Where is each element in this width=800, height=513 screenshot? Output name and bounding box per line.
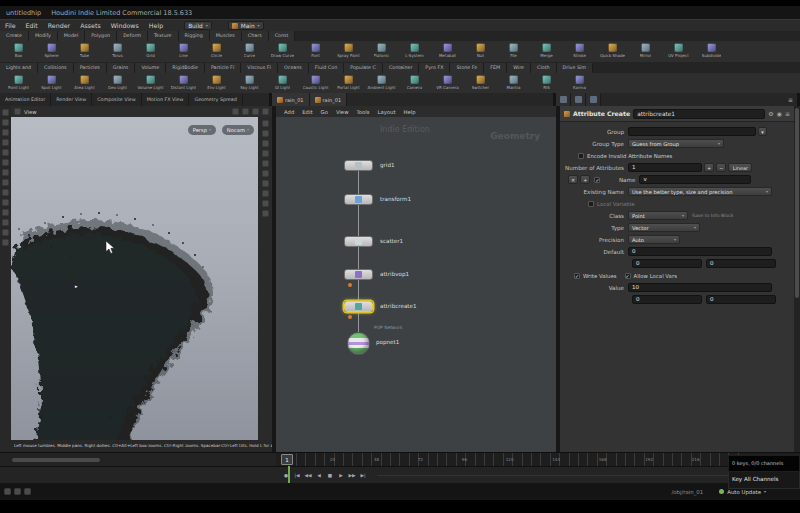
status-icon[interactable] bbox=[24, 488, 31, 495]
value-z-input[interactable]: 0 bbox=[706, 295, 776, 304]
shelf-tool[interactable]: Box bbox=[2, 41, 35, 62]
shelf-tab[interactable]: Collisions bbox=[38, 63, 74, 73]
add-attribute-button[interactable]: + bbox=[704, 163, 714, 172]
shelf-tool[interactable]: GI Light bbox=[266, 73, 299, 94]
display-option-icon[interactable] bbox=[262, 180, 269, 187]
write-values-checkbox[interactable]: ✓ bbox=[574, 273, 580, 279]
viewport-header-icon[interactable] bbox=[252, 108, 259, 115]
display-option-icon[interactable] bbox=[262, 120, 269, 127]
shelf-tool[interactable]: Draw Curve bbox=[266, 41, 299, 62]
camera-badge[interactable]: Nocam ▾ bbox=[222, 125, 254, 135]
network-menu-item[interactable]: Help bbox=[400, 109, 420, 115]
shelf-tool[interactable]: Distant Light bbox=[167, 73, 200, 94]
shelf-tool[interactable]: Portal Light bbox=[332, 73, 365, 94]
network-menu-item[interactable]: Edit bbox=[298, 109, 316, 115]
menu-item[interactable]: Edit bbox=[21, 20, 43, 32]
transport-button[interactable]: ◀◀ bbox=[304, 473, 312, 478]
shelf-tool[interactable]: Line bbox=[167, 41, 200, 62]
shelf-tab[interactable]: Volume bbox=[135, 63, 166, 73]
toolbar-icon[interactable] bbox=[2, 189, 9, 196]
shelf-tool[interactable]: Karma bbox=[563, 73, 596, 94]
pane-tab[interactable]: Geometry Spread bbox=[189, 93, 242, 106]
scale-tool-icon[interactable] bbox=[2, 139, 9, 146]
pane-tab[interactable]: Motion FX View bbox=[142, 93, 190, 106]
shelf-tool[interactable]: L-System bbox=[398, 41, 431, 62]
value-x-input[interactable]: 10 bbox=[628, 283, 772, 292]
display-option-icon[interactable] bbox=[262, 190, 269, 197]
shelf-tab[interactable]: FEM bbox=[484, 63, 507, 73]
shelf-tool[interactable]: File bbox=[497, 41, 530, 62]
node-flag-dot[interactable] bbox=[348, 283, 352, 287]
shelf-tool[interactable]: Spray Paint bbox=[332, 41, 365, 62]
shelf-tool[interactable]: Null bbox=[464, 41, 497, 62]
shelf-tab[interactable]: Rigging bbox=[179, 31, 210, 41]
shelf-tool[interactable]: Grid bbox=[134, 41, 167, 62]
name-input[interactable]: v bbox=[639, 175, 751, 184]
node-scatter1[interactable] bbox=[344, 236, 373, 247]
display-option-icon[interactable] bbox=[262, 210, 269, 217]
shelf-tool[interactable]: Quick Shade bbox=[596, 41, 629, 62]
type-dropdown[interactable]: Vector ▾ bbox=[628, 223, 700, 232]
shelf-tab[interactable]: Oceans bbox=[278, 63, 309, 73]
shelf-tab[interactable]: Modify bbox=[29, 31, 58, 41]
shelf-tool[interactable]: Merge bbox=[530, 41, 563, 62]
shelf-tool[interactable]: Circle bbox=[200, 41, 233, 62]
pane-link-icon[interactable] bbox=[14, 108, 21, 115]
shelf-tab[interactable]: Particles bbox=[74, 63, 107, 73]
node-transform1[interactable] bbox=[344, 194, 373, 205]
transport-button[interactable]: ◀ bbox=[315, 473, 323, 478]
shelf-tool[interactable]: Curve bbox=[233, 41, 266, 62]
desktop-selector[interactable]: Build ▾ bbox=[184, 21, 212, 30]
status-icon[interactable] bbox=[4, 488, 11, 495]
shelf-tool[interactable]: Tube bbox=[68, 41, 101, 62]
encode-checkbox[interactable] bbox=[578, 153, 584, 159]
snap-tool-icon[interactable] bbox=[2, 169, 9, 176]
shelf-tab[interactable]: Muscles bbox=[210, 31, 242, 41]
shelf-tool[interactable]: Torus bbox=[101, 41, 134, 62]
timeline-ruler[interactable]: 24487296120144168192216240 1 bbox=[276, 452, 800, 466]
default-y-input[interactable]: 0 bbox=[632, 259, 702, 268]
param-pane-tab[interactable] bbox=[586, 93, 601, 106]
shelf-tool[interactable]: Mirror bbox=[629, 41, 662, 62]
pin-icon[interactable]: ◉ bbox=[777, 110, 782, 117]
precision-dropdown[interactable]: Auto ▾ bbox=[628, 235, 680, 244]
menu-item[interactable]: File bbox=[0, 20, 21, 32]
scene-selector[interactable]: Main ▾ bbox=[228, 21, 264, 30]
viewport-header-icon[interactable] bbox=[232, 108, 239, 115]
handles-tool-icon[interactable] bbox=[2, 149, 9, 156]
shelf-tool[interactable]: Font bbox=[299, 41, 332, 62]
playhead[interactable]: 1 bbox=[281, 454, 293, 465]
node-popnet1[interactable] bbox=[347, 332, 370, 355]
shelf-tab[interactable]: Drive Sim bbox=[557, 63, 593, 73]
rotate-tool-icon[interactable] bbox=[2, 129, 9, 136]
hscrollbar-thumb[interactable] bbox=[12, 458, 100, 462]
group-input[interactable] bbox=[628, 127, 756, 136]
transport-button[interactable]: ▶ bbox=[337, 473, 345, 478]
shelf-tool[interactable]: VR Camera bbox=[431, 73, 464, 94]
shelf-tool[interactable]: Stroke bbox=[563, 41, 596, 62]
shelf-tool[interactable]: Area Light bbox=[68, 73, 101, 94]
toolbar-icon[interactable] bbox=[2, 239, 9, 246]
shelf-tab[interactable]: Create bbox=[0, 31, 29, 41]
insert-instance-button[interactable]: + bbox=[580, 175, 590, 184]
shelf-tab[interactable]: Pyro FX bbox=[419, 63, 450, 73]
scene-viewport[interactable]: Persp ▾ Nocam ▾ ▸ bbox=[11, 117, 258, 440]
node-grid1[interactable] bbox=[344, 160, 373, 171]
shelf-tool[interactable]: Mantra bbox=[497, 73, 530, 94]
shelf-tool[interactable]: Point Light bbox=[2, 73, 35, 94]
shelf-tab[interactable]: Deform bbox=[117, 31, 148, 41]
remove-attribute-button[interactable]: − bbox=[716, 163, 726, 172]
toolbar-icon[interactable] bbox=[2, 209, 9, 216]
transport-button[interactable]: |◀ bbox=[293, 473, 301, 478]
menu-item[interactable]: Assets bbox=[75, 20, 106, 32]
num-attributes-input[interactable]: 1 bbox=[628, 163, 702, 172]
group-select-button[interactable]: ▾ bbox=[758, 127, 767, 136]
status-icon[interactable] bbox=[14, 488, 21, 495]
auto-update-selector[interactable]: Auto Update ▾ bbox=[719, 489, 766, 495]
node-attribvop1[interactable] bbox=[344, 269, 373, 280]
network-pane-tab[interactable]: rain_01 bbox=[272, 93, 310, 106]
shelf-tab[interactable]: Container bbox=[383, 63, 419, 73]
default-x-input[interactable]: 0 bbox=[628, 247, 772, 256]
shelf-tab[interactable]: Wire bbox=[507, 63, 531, 73]
hamburger-icon[interactable]: ≡ bbox=[785, 110, 790, 117]
